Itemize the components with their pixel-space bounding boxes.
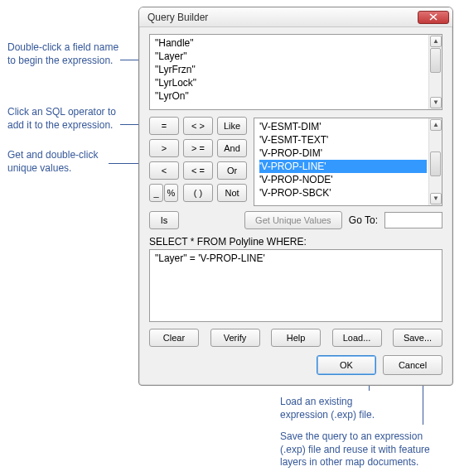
query-builder-dialog: Query Builder "Handle" "Layer" "LyrFrzn"… [138, 7, 453, 386]
window-title: Query Builder [147, 12, 418, 23]
field-item[interactable]: "LyrFrzn" [155, 63, 427, 76]
op-paren[interactable]: ( ) [183, 184, 213, 202]
field-item[interactable]: "Handle" [155, 36, 427, 50]
annotation-operators: Click an SQL operator to add it to the e… [7, 106, 116, 132]
expression-text: "Layer" = 'V-PROP-LINE' [155, 252, 265, 264]
value-item[interactable]: 'V-PROP-DIM' [259, 147, 427, 160]
goto-label: Go To: [349, 214, 378, 226]
field-item[interactable]: "LyrOn" [155, 89, 427, 103]
titlebar[interactable]: Query Builder [139, 7, 452, 27]
op-not[interactable]: Not [217, 184, 247, 202]
verify-button[interactable]: Verify [210, 329, 260, 347]
scroll-up-icon[interactable]: ▲ [430, 36, 442, 47]
op-is[interactable]: Is [149, 211, 179, 229]
scroll-thumb[interactable] [430, 151, 441, 176]
operator-grid: = < > Like > > = And < < = Or _ % ( ) No… [149, 117, 247, 206]
save-button[interactable]: Save... [393, 329, 442, 347]
value-item[interactable]: 'V-ESMT-TEXT' [259, 133, 427, 147]
expression-textarea[interactable]: "Layer" = 'V-PROP-LINE' [149, 249, 442, 322]
op-percent[interactable]: % [164, 184, 178, 202]
select-from-label: SELECT * FROM Polyline WHERE: [149, 236, 442, 248]
op-underscore[interactable]: _ [149, 184, 163, 202]
op-gte[interactable]: > = [183, 139, 213, 157]
op-equals[interactable]: = [149, 117, 179, 135]
field-item[interactable]: "LyrLock" [155, 76, 427, 89]
close-icon [429, 13, 438, 21]
op-like[interactable]: Like [217, 117, 247, 135]
scroll-thumb[interactable] [430, 48, 441, 73]
scroll-down-icon[interactable]: ▼ [430, 97, 442, 108]
op-or[interactable]: Or [217, 161, 247, 180]
op-gt[interactable]: > [149, 139, 179, 157]
annotation-values: Get and double-click unique values. [7, 149, 98, 175]
op-and[interactable]: And [217, 139, 247, 157]
value-item[interactable]: 'V-ESMT-DIM' [259, 120, 427, 133]
value-item[interactable]: 'V-PROP-SBCK' [259, 186, 427, 200]
fields-listbox[interactable]: "Handle" "Layer" "LyrFrzn" "LyrLock" "Ly… [149, 34, 442, 110]
annotation-load: Load an existing expression (.exp) file. [280, 396, 375, 421]
value-item-selected[interactable]: 'V-PROP-LINE' [259, 160, 427, 173]
field-item[interactable]: "Layer" [155, 50, 427, 63]
scrollbar[interactable]: ▲ ▼ [428, 118, 442, 205]
scrollbar[interactable]: ▲ ▼ [428, 35, 442, 109]
op-lte[interactable]: < = [183, 161, 213, 180]
get-unique-values-button[interactable]: Get Unique Values [244, 211, 342, 229]
value-item[interactable]: 'V-PROP-NODE' [259, 173, 427, 186]
close-button[interactable] [418, 11, 449, 24]
op-lt[interactable]: < [149, 161, 179, 180]
scroll-up-icon[interactable]: ▲ [430, 119, 442, 131]
clear-button[interactable]: Clear [149, 329, 199, 347]
annotation-save: Save the query to an expression (.exp) f… [280, 430, 430, 469]
scroll-down-icon[interactable]: ▼ [430, 193, 442, 204]
ok-button[interactable]: OK [317, 355, 376, 375]
values-listbox[interactable]: 'V-ESMT-DIM' 'V-ESMT-TEXT' 'V-PROP-DIM' … [254, 118, 442, 206]
op-not-equals[interactable]: < > [183, 117, 213, 135]
help-button[interactable]: Help [271, 329, 321, 347]
load-button[interactable]: Load... [332, 329, 382, 347]
cancel-button[interactable]: Cancel [383, 355, 442, 375]
annotation-fields: Double-click a field name to begin the e… [7, 41, 118, 67]
goto-input[interactable] [384, 212, 442, 228]
